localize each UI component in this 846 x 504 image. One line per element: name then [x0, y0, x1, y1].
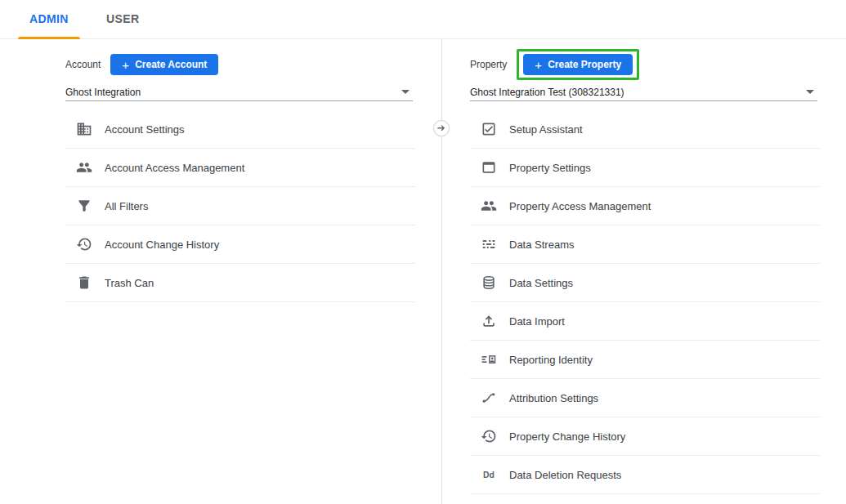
- list-item-label: Account Access Management: [105, 162, 244, 174]
- account-item-account-change-history[interactable]: Account Change History: [65, 225, 415, 264]
- highlight-box: + Create Property: [517, 49, 639, 80]
- property-item-property-access-management[interactable]: Property Access Management: [470, 187, 820, 225]
- property-section-label: Property: [470, 59, 507, 70]
- account-selector-value: Ghost Integration: [65, 87, 141, 98]
- property-section-header: Property + Create Property: [470, 51, 639, 78]
- property-list: Setup AssistantProperty SettingsProperty…: [470, 110, 820, 494]
- plus-icon: +: [122, 59, 129, 71]
- property-item-property-change-history[interactable]: Property Change History: [470, 417, 820, 456]
- arrow-right-circle-icon: [432, 119, 450, 137]
- list-item-label: Attribution Settings: [509, 392, 598, 404]
- trash-icon: [75, 274, 93, 292]
- filter-icon: [75, 197, 93, 215]
- chevron-down-icon: [401, 90, 410, 94]
- people-icon: [480, 197, 498, 215]
- list-item-label: Property Settings: [509, 162, 591, 174]
- property-item-attribution-settings[interactable]: Attribution Settings: [470, 379, 820, 417]
- column-divider: [441, 39, 442, 504]
- create-property-button-label: Create Property: [548, 59, 621, 70]
- list-item-label: Data Deletion Requests: [509, 469, 621, 481]
- tab-user[interactable]: USER: [95, 0, 151, 39]
- property-item-data-deletion-requests[interactable]: DdData Deletion Requests: [470, 456, 820, 494]
- history-icon: [75, 235, 93, 253]
- history-icon: [480, 427, 498, 445]
- account-item-trash-can[interactable]: Trash Can: [65, 264, 415, 302]
- identity-icon: [480, 350, 498, 368]
- property-item-property-settings[interactable]: Property Settings: [470, 149, 820, 187]
- setup-check-icon: [480, 120, 498, 138]
- database-icon: [480, 274, 498, 292]
- account-list: Account SettingsAccount Access Managemen…: [65, 110, 415, 302]
- people-icon: [75, 158, 93, 176]
- create-property-button[interactable]: + Create Property: [523, 54, 633, 75]
- list-item-label: Property Change History: [509, 430, 625, 443]
- list-item-label: Data Import: [509, 315, 565, 328]
- dd-icon: Dd: [480, 466, 498, 484]
- account-selector[interactable]: Ghost Integration: [65, 83, 413, 101]
- property-selector-value: Ghost Integration Test (308321331): [470, 87, 624, 98]
- list-item-label: Data Settings: [509, 277, 573, 289]
- account-item-account-access-management[interactable]: Account Access Management: [65, 149, 415, 187]
- svg-text:Dd: Dd: [483, 471, 495, 479]
- chevron-down-icon: [806, 90, 814, 94]
- building-icon: [75, 120, 93, 138]
- attribution-icon: [480, 389, 498, 407]
- create-account-button-label: Create Account: [135, 59, 207, 70]
- property-item-data-import[interactable]: Data Import: [470, 302, 820, 341]
- list-item-label: Property Access Management: [509, 200, 651, 212]
- property-selector[interactable]: Ghost Integration Test (308321331): [470, 83, 817, 101]
- tab-admin[interactable]: ADMIN: [18, 0, 80, 39]
- list-item-label: All Filters: [105, 200, 148, 212]
- list-item-label: Data Streams: [509, 239, 574, 251]
- property-item-reporting-identity[interactable]: Reporting Identity: [470, 341, 820, 379]
- list-item-label: Account Change History: [105, 239, 219, 251]
- admin-page: ADMIN USER Account + Create Account Ghos…: [0, 0, 846, 504]
- property-item-setup-assistant[interactable]: Setup Assistant: [470, 110, 820, 149]
- window-icon: [480, 158, 498, 176]
- property-item-data-streams[interactable]: Data Streams: [470, 225, 820, 264]
- account-item-all-filters[interactable]: All Filters: [65, 187, 415, 225]
- account-section-label: Account: [65, 59, 101, 70]
- list-item-label: Setup Assistant: [509, 123, 583, 136]
- account-section-header: Account + Create Account: [65, 51, 218, 78]
- list-item-label: Account Settings: [105, 123, 185, 136]
- plus-icon: +: [535, 59, 542, 71]
- list-item-label: Trash Can: [105, 277, 154, 289]
- top-tab-bar: ADMIN USER: [0, 0, 846, 39]
- streams-icon: [480, 235, 498, 253]
- account-item-account-settings[interactable]: Account Settings: [65, 110, 415, 149]
- create-account-button[interactable]: + Create Account: [110, 54, 218, 75]
- upload-icon: [480, 312, 498, 330]
- list-item-label: Reporting Identity: [509, 354, 593, 366]
- property-item-data-settings[interactable]: Data Settings: [470, 264, 820, 302]
